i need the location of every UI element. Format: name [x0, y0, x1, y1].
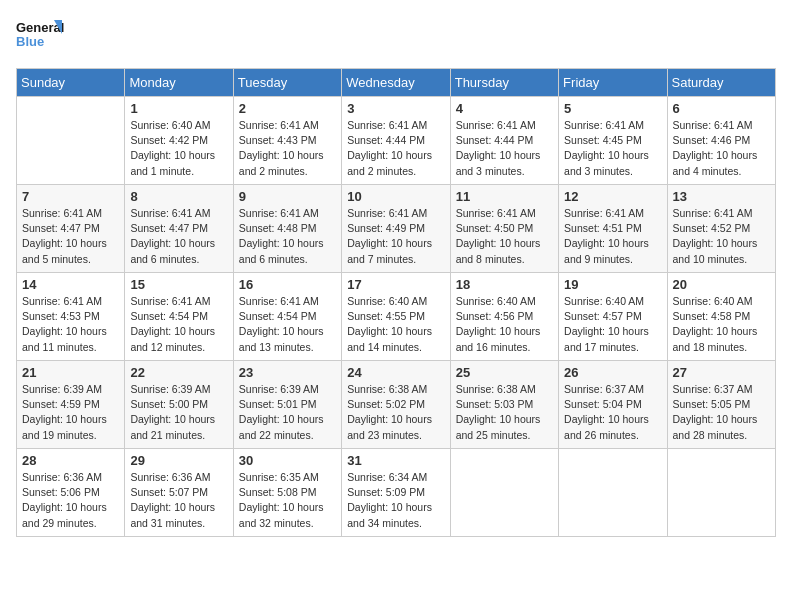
- calendar-cell: 16Sunrise: 6:41 AM Sunset: 4:54 PM Dayli…: [233, 273, 341, 361]
- day-number: 13: [673, 189, 770, 204]
- cell-info: Sunrise: 6:39 AM Sunset: 5:00 PM Dayligh…: [130, 382, 227, 443]
- col-header-sunday: Sunday: [17, 69, 125, 97]
- calendar-cell: 6Sunrise: 6:41 AM Sunset: 4:46 PM Daylig…: [667, 97, 775, 185]
- week-row-5: 28Sunrise: 6:36 AM Sunset: 5:06 PM Dayli…: [17, 449, 776, 537]
- day-number: 7: [22, 189, 119, 204]
- calendar-cell: 19Sunrise: 6:40 AM Sunset: 4:57 PM Dayli…: [559, 273, 667, 361]
- cell-info: Sunrise: 6:41 AM Sunset: 4:54 PM Dayligh…: [130, 294, 227, 355]
- calendar-cell: 29Sunrise: 6:36 AM Sunset: 5:07 PM Dayli…: [125, 449, 233, 537]
- calendar-cell: 22Sunrise: 6:39 AM Sunset: 5:00 PM Dayli…: [125, 361, 233, 449]
- calendar-cell: 13Sunrise: 6:41 AM Sunset: 4:52 PM Dayli…: [667, 185, 775, 273]
- calendar-cell: 8Sunrise: 6:41 AM Sunset: 4:47 PM Daylig…: [125, 185, 233, 273]
- day-number: 1: [130, 101, 227, 116]
- week-row-4: 21Sunrise: 6:39 AM Sunset: 4:59 PM Dayli…: [17, 361, 776, 449]
- calendar-cell: [559, 449, 667, 537]
- day-number: 9: [239, 189, 336, 204]
- calendar-cell: 25Sunrise: 6:38 AM Sunset: 5:03 PM Dayli…: [450, 361, 558, 449]
- day-number: 23: [239, 365, 336, 380]
- calendar-cell: 15Sunrise: 6:41 AM Sunset: 4:54 PM Dayli…: [125, 273, 233, 361]
- cell-info: Sunrise: 6:41 AM Sunset: 4:49 PM Dayligh…: [347, 206, 444, 267]
- calendar-cell: 21Sunrise: 6:39 AM Sunset: 4:59 PM Dayli…: [17, 361, 125, 449]
- day-number: 20: [673, 277, 770, 292]
- cell-info: Sunrise: 6:38 AM Sunset: 5:02 PM Dayligh…: [347, 382, 444, 443]
- calendar-cell: 5Sunrise: 6:41 AM Sunset: 4:45 PM Daylig…: [559, 97, 667, 185]
- calendar-header-row: SundayMondayTuesdayWednesdayThursdayFrid…: [17, 69, 776, 97]
- calendar-cell: 14Sunrise: 6:41 AM Sunset: 4:53 PM Dayli…: [17, 273, 125, 361]
- col-header-tuesday: Tuesday: [233, 69, 341, 97]
- week-row-3: 14Sunrise: 6:41 AM Sunset: 4:53 PM Dayli…: [17, 273, 776, 361]
- cell-info: Sunrise: 6:41 AM Sunset: 4:48 PM Dayligh…: [239, 206, 336, 267]
- cell-info: Sunrise: 6:34 AM Sunset: 5:09 PM Dayligh…: [347, 470, 444, 531]
- day-number: 11: [456, 189, 553, 204]
- cell-info: Sunrise: 6:36 AM Sunset: 5:06 PM Dayligh…: [22, 470, 119, 531]
- calendar-cell: 31Sunrise: 6:34 AM Sunset: 5:09 PM Dayli…: [342, 449, 450, 537]
- cell-info: Sunrise: 6:41 AM Sunset: 4:45 PM Dayligh…: [564, 118, 661, 179]
- calendar-cell: 18Sunrise: 6:40 AM Sunset: 4:56 PM Dayli…: [450, 273, 558, 361]
- day-number: 30: [239, 453, 336, 468]
- day-number: 12: [564, 189, 661, 204]
- calendar-cell: 23Sunrise: 6:39 AM Sunset: 5:01 PM Dayli…: [233, 361, 341, 449]
- cell-info: Sunrise: 6:41 AM Sunset: 4:47 PM Dayligh…: [22, 206, 119, 267]
- day-number: 26: [564, 365, 661, 380]
- calendar-cell: 30Sunrise: 6:35 AM Sunset: 5:08 PM Dayli…: [233, 449, 341, 537]
- calendar-cell: 26Sunrise: 6:37 AM Sunset: 5:04 PM Dayli…: [559, 361, 667, 449]
- cell-info: Sunrise: 6:41 AM Sunset: 4:43 PM Dayligh…: [239, 118, 336, 179]
- cell-info: Sunrise: 6:36 AM Sunset: 5:07 PM Dayligh…: [130, 470, 227, 531]
- day-number: 4: [456, 101, 553, 116]
- day-number: 28: [22, 453, 119, 468]
- calendar-cell: 27Sunrise: 6:37 AM Sunset: 5:05 PM Dayli…: [667, 361, 775, 449]
- page-header: General Blue: [16, 16, 776, 56]
- cell-info: Sunrise: 6:41 AM Sunset: 4:51 PM Dayligh…: [564, 206, 661, 267]
- week-row-1: 1Sunrise: 6:40 AM Sunset: 4:42 PM Daylig…: [17, 97, 776, 185]
- day-number: 31: [347, 453, 444, 468]
- logo-icon: General Blue: [16, 16, 64, 56]
- day-number: 17: [347, 277, 444, 292]
- day-number: 16: [239, 277, 336, 292]
- calendar-cell: 3Sunrise: 6:41 AM Sunset: 4:44 PM Daylig…: [342, 97, 450, 185]
- day-number: 6: [673, 101, 770, 116]
- day-number: 24: [347, 365, 444, 380]
- cell-info: Sunrise: 6:41 AM Sunset: 4:46 PM Dayligh…: [673, 118, 770, 179]
- day-number: 19: [564, 277, 661, 292]
- col-header-monday: Monday: [125, 69, 233, 97]
- cell-info: Sunrise: 6:41 AM Sunset: 4:44 PM Dayligh…: [347, 118, 444, 179]
- day-number: 22: [130, 365, 227, 380]
- svg-text:Blue: Blue: [16, 34, 44, 49]
- calendar-cell: 17Sunrise: 6:40 AM Sunset: 4:55 PM Dayli…: [342, 273, 450, 361]
- day-number: 2: [239, 101, 336, 116]
- calendar-cell: 1Sunrise: 6:40 AM Sunset: 4:42 PM Daylig…: [125, 97, 233, 185]
- cell-info: Sunrise: 6:39 AM Sunset: 5:01 PM Dayligh…: [239, 382, 336, 443]
- day-number: 25: [456, 365, 553, 380]
- cell-info: Sunrise: 6:41 AM Sunset: 4:52 PM Dayligh…: [673, 206, 770, 267]
- day-number: 27: [673, 365, 770, 380]
- day-number: 29: [130, 453, 227, 468]
- calendar-cell: 2Sunrise: 6:41 AM Sunset: 4:43 PM Daylig…: [233, 97, 341, 185]
- calendar-table: SundayMondayTuesdayWednesdayThursdayFrid…: [16, 68, 776, 537]
- day-number: 14: [22, 277, 119, 292]
- cell-info: Sunrise: 6:39 AM Sunset: 4:59 PM Dayligh…: [22, 382, 119, 443]
- calendar-cell: 4Sunrise: 6:41 AM Sunset: 4:44 PM Daylig…: [450, 97, 558, 185]
- col-header-friday: Friday: [559, 69, 667, 97]
- cell-info: Sunrise: 6:41 AM Sunset: 4:54 PM Dayligh…: [239, 294, 336, 355]
- cell-info: Sunrise: 6:41 AM Sunset: 4:47 PM Dayligh…: [130, 206, 227, 267]
- logo: General Blue: [16, 16, 64, 56]
- cell-info: Sunrise: 6:40 AM Sunset: 4:42 PM Dayligh…: [130, 118, 227, 179]
- day-number: 15: [130, 277, 227, 292]
- calendar-cell: 10Sunrise: 6:41 AM Sunset: 4:49 PM Dayli…: [342, 185, 450, 273]
- calendar-cell: [667, 449, 775, 537]
- cell-info: Sunrise: 6:37 AM Sunset: 5:04 PM Dayligh…: [564, 382, 661, 443]
- calendar-cell: [450, 449, 558, 537]
- day-number: 10: [347, 189, 444, 204]
- calendar-cell: 11Sunrise: 6:41 AM Sunset: 4:50 PM Dayli…: [450, 185, 558, 273]
- calendar-cell: 9Sunrise: 6:41 AM Sunset: 4:48 PM Daylig…: [233, 185, 341, 273]
- calendar-cell: 24Sunrise: 6:38 AM Sunset: 5:02 PM Dayli…: [342, 361, 450, 449]
- cell-info: Sunrise: 6:35 AM Sunset: 5:08 PM Dayligh…: [239, 470, 336, 531]
- cell-info: Sunrise: 6:40 AM Sunset: 4:55 PM Dayligh…: [347, 294, 444, 355]
- cell-info: Sunrise: 6:37 AM Sunset: 5:05 PM Dayligh…: [673, 382, 770, 443]
- day-number: 8: [130, 189, 227, 204]
- col-header-thursday: Thursday: [450, 69, 558, 97]
- cell-info: Sunrise: 6:40 AM Sunset: 4:58 PM Dayligh…: [673, 294, 770, 355]
- calendar-cell: 20Sunrise: 6:40 AM Sunset: 4:58 PM Dayli…: [667, 273, 775, 361]
- calendar-cell: [17, 97, 125, 185]
- cell-info: Sunrise: 6:38 AM Sunset: 5:03 PM Dayligh…: [456, 382, 553, 443]
